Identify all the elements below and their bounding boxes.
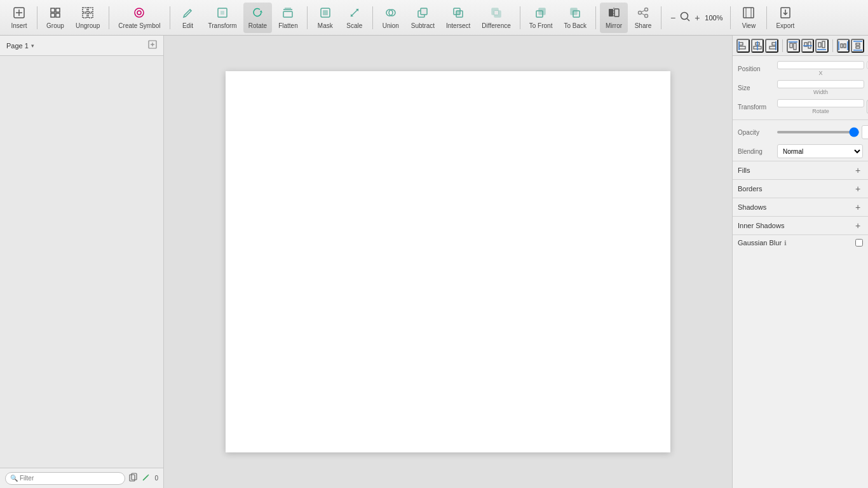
- filter-input[interactable]: [5, 472, 125, 485]
- zoom-plus-button[interactable]: +: [692, 11, 702, 24]
- size-width-label: Width: [813, 89, 828, 95]
- union-icon: [384, 6, 397, 21]
- toolbar-difference[interactable]: Difference: [477, 3, 515, 33]
- shadows-section-header[interactable]: Shadows +: [733, 198, 868, 216]
- align-vertical-centers-button[interactable]: [801, 39, 815, 53]
- gaussian-blur-info-icon[interactable]: ℹ: [784, 240, 787, 247]
- svg-rect-46: [743, 8, 754, 18]
- page-expand-button[interactable]: [148, 40, 157, 51]
- distribute-horizontal-button[interactable]: [837, 39, 850, 53]
- bottom-icons: 0: [129, 473, 158, 484]
- svg-rect-3: [51, 8, 55, 12]
- gaussian-blur-row: Gaussian Blur ℹ: [733, 234, 868, 250]
- zoom-value[interactable]: 100%: [703, 14, 724, 22]
- svg-rect-17: [283, 11, 292, 17]
- right-panel: Position X Y Size Width 🔗: [732, 36, 868, 488]
- page-dropdown-icon: ▾: [31, 43, 34, 49]
- sep-8: [661, 6, 661, 29]
- toolbar-insert[interactable]: Insert: [5, 3, 33, 33]
- position-row: Position X Y: [738, 61, 863, 76]
- transform-rotate-input[interactable]: [777, 99, 864, 107]
- page-name[interactable]: Page 1 ▾: [6, 42, 34, 50]
- toolbar-intersect[interactable]: Intersect: [441, 3, 475, 33]
- align-bottom-edges-button[interactable]: [815, 39, 829, 53]
- svg-rect-75: [844, 44, 846, 48]
- blending-section: Blending Normal Multiply Screen Overlay: [733, 142, 868, 161]
- shadows-add-button[interactable]: +: [853, 202, 863, 212]
- toolbar-ungroup[interactable]: Ungroup: [71, 3, 105, 33]
- align-bar: [733, 36, 868, 56]
- svg-marker-16: [260, 10, 262, 13]
- opacity-input[interactable]: [862, 125, 868, 139]
- blending-label: Blending: [738, 148, 775, 155]
- ungroup-label: Ungroup: [76, 22, 100, 29]
- zoom-minus-button[interactable]: −: [668, 11, 678, 24]
- toolbar-group[interactable]: Group: [41, 3, 69, 33]
- export-label: Export: [776, 22, 794, 29]
- position-x-input[interactable]: [777, 61, 864, 69]
- bottom-copy-icon[interactable]: [129, 473, 138, 484]
- rotate-label: Rotate: [248, 22, 267, 29]
- toolbar-scale[interactable]: Scale: [341, 3, 369, 33]
- toolbar-share[interactable]: Share: [629, 3, 657, 33]
- union-label: Union: [383, 22, 399, 29]
- align-left-edges-button[interactable]: [736, 39, 750, 53]
- size-row: Size Width 🔗 Height: [738, 80, 863, 95]
- inner-shadows-label: Inner Shadows: [738, 222, 784, 229]
- svg-rect-21: [323, 10, 328, 15]
- size-width-input[interactable]: [777, 80, 864, 88]
- rotate-icon: [251, 6, 264, 21]
- mirror-label: Mirror: [606, 22, 622, 29]
- svg-point-39: [645, 8, 648, 11]
- svg-line-43: [641, 13, 645, 15]
- to-front-icon: [534, 6, 547, 21]
- toolbar-export[interactable]: Export: [771, 3, 799, 33]
- inner-shadows-add-button[interactable]: +: [853, 220, 863, 231]
- align-sep-2: [832, 39, 833, 52]
- share-icon: [637, 6, 649, 21]
- fills-add-button[interactable]: +: [853, 165, 863, 175]
- toolbar-mirror[interactable]: Mirror: [600, 3, 628, 33]
- toolbar-union[interactable]: Union: [377, 3, 405, 33]
- svg-rect-66: [794, 43, 796, 50]
- align-top-edges-button[interactable]: [787, 39, 800, 53]
- svg-rect-31: [494, 11, 498, 15]
- layer-count: 0: [154, 475, 158, 482]
- svg-rect-63: [770, 46, 776, 49]
- edit-icon: [182, 6, 194, 21]
- inner-shadows-section-header[interactable]: Inner Shadows +: [733, 216, 868, 234]
- blending-row: Blending Normal Multiply Screen Overlay: [738, 144, 863, 158]
- gaussian-blur-checkbox[interactable]: [855, 239, 863, 247]
- toolbar-subtract[interactable]: Subtract: [406, 3, 440, 33]
- blending-select[interactable]: Normal Multiply Screen Overlay: [777, 144, 863, 158]
- canvas-area[interactable]: [164, 36, 732, 488]
- borders-add-button[interactable]: +: [853, 184, 863, 194]
- align-right-edges-button[interactable]: [765, 39, 778, 53]
- borders-section-header[interactable]: Borders +: [733, 179, 868, 198]
- toolbar-to-back[interactable]: To Back: [559, 3, 592, 33]
- insert-label: Insert: [11, 22, 27, 29]
- svg-rect-5: [51, 13, 55, 17]
- fills-section-header[interactable]: Fills +: [733, 161, 868, 179]
- toolbar-mask[interactable]: Mask: [311, 3, 339, 33]
- page-selector: Page 1 ▾: [0, 36, 163, 56]
- opacity-label: Opacity: [738, 129, 775, 136]
- ungroup-icon: [81, 6, 94, 21]
- toolbar-create-symbol[interactable]: Create Symbol: [113, 3, 165, 33]
- page-name-label: Page 1: [6, 42, 29, 50]
- align-horizontal-centers-button[interactable]: [751, 39, 764, 53]
- bottom-edit-icon[interactable]: [142, 473, 151, 484]
- difference-label: Difference: [482, 22, 510, 29]
- svg-rect-25: [421, 8, 427, 15]
- transform-label: Transform: [738, 104, 775, 111]
- opacity-slider[interactable]: [777, 131, 859, 133]
- layers-area: [0, 56, 163, 468]
- toolbar-rotate[interactable]: Rotate: [243, 3, 272, 33]
- distribute-vertical-button[interactable]: [851, 39, 864, 53]
- toolbar-transform[interactable]: Transform: [203, 3, 242, 33]
- svg-rect-6: [56, 13, 60, 17]
- toolbar-view[interactable]: View: [735, 3, 763, 33]
- toolbar-to-front[interactable]: To Front: [524, 3, 558, 33]
- toolbar-edit[interactable]: Edit: [174, 3, 202, 33]
- toolbar-flatten[interactable]: Flatten: [273, 3, 303, 33]
